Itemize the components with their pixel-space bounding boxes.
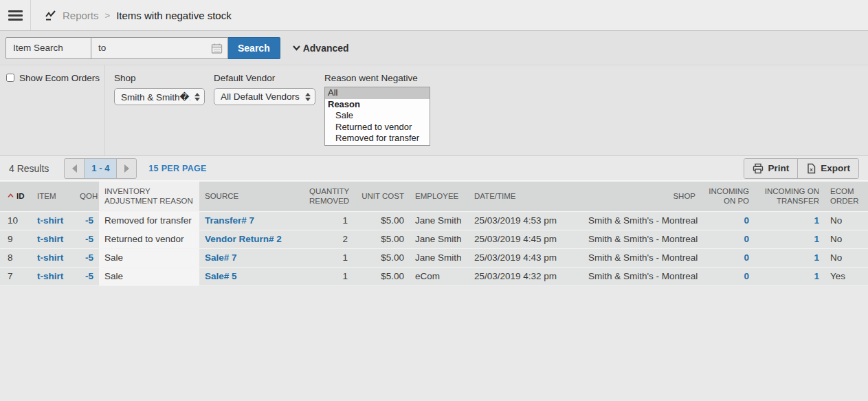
results-count: 4 Results <box>9 163 49 174</box>
select-arrows-icon <box>305 93 311 101</box>
cell-reason: Removed for transfer <box>99 211 199 230</box>
cell-item: t-shirt <box>32 248 74 267</box>
cell-datetime: 25/03/2019 4:32 pm <box>469 267 583 285</box>
cell-ecom-order: Yes <box>825 267 868 285</box>
show-ecom-orders-checkbox[interactable] <box>6 74 14 82</box>
cell-item: t-shirt <box>32 230 74 248</box>
column-header-employee[interactable]: EMPLOYEE <box>410 182 469 211</box>
top-bar: Reports > Items with negative stock <box>0 0 868 31</box>
cell-incoming-on-transfer: 1 <box>755 211 825 230</box>
reason-option[interactable]: Reason <box>325 99 430 111</box>
cell-incoming-on-transfer: 1 <box>755 248 825 267</box>
column-header-datetime[interactable]: DATE/TIME <box>469 182 583 211</box>
cell-item: t-shirt <box>32 211 74 230</box>
filters-panel: Show Ecom Orders Shop Smith & Smith�... … <box>0 65 868 156</box>
cell-quantity-removed: 1 <box>304 248 353 267</box>
column-header-ecom-order[interactable]: ECOM ORDER <box>825 182 868 211</box>
calendar-icon[interactable] <box>211 43 223 57</box>
show-ecom-orders-label: Show Ecom Orders <box>19 73 100 83</box>
cell-source: Transfer# 7 <box>199 211 304 230</box>
results-table: ID ITEM QOH INVENTORY ADJUSTMENT REASON … <box>0 182 868 286</box>
column-header-item[interactable]: ITEM <box>32 182 74 211</box>
item-link[interactable]: t-shirt <box>37 215 63 226</box>
incoming-on-po-link[interactable]: 0 <box>744 271 749 281</box>
incoming-on-transfer-link[interactable]: 1 <box>814 234 819 244</box>
column-header-quantity-removed[interactable]: QUANTITY REMOVED <box>304 182 353 211</box>
source-link[interactable]: Transfer# 7 <box>205 215 254 226</box>
shop-select-value: Smith & Smith�... <box>121 91 190 102</box>
cell-datetime: 25/03/2019 4:45 pm <box>469 230 583 248</box>
item-link[interactable]: t-shirt <box>37 234 63 244</box>
incoming-on-transfer-link[interactable]: 1 <box>814 252 819 263</box>
reason-option[interactable]: Removed for transfer <box>325 133 430 144</box>
reason-listbox[interactable]: AllReasonSaleReturned to vendorRemoved f… <box>324 87 430 146</box>
cell-unit-cost: $5.00 <box>353 230 410 248</box>
default-vendor-select[interactable]: All Default Vendors <box>214 88 315 105</box>
menu-button[interactable] <box>0 0 31 30</box>
column-header-incoming-po[interactable]: INCOMING ON PO <box>701 182 755 211</box>
date-range-input[interactable] <box>91 38 227 58</box>
cell-reason: Sale <box>99 267 199 285</box>
incoming-on-po-link[interactable]: 0 <box>744 234 749 244</box>
cell-incoming-on-po: 0 <box>701 230 755 248</box>
item-link[interactable]: t-shirt <box>37 271 63 281</box>
column-header-reason[interactable]: INVENTORY ADJUSTMENT REASON <box>99 182 199 211</box>
reason-option[interactable]: All <box>325 87 430 99</box>
source-link[interactable]: Vendor Return# 2 <box>205 234 282 244</box>
incoming-on-transfer-link[interactable]: 1 <box>814 271 819 281</box>
search-bar: Search Advanced <box>0 31 868 65</box>
table-row: 7t-shirt-5SaleSale# 51$5.00eCom25/03/201… <box>0 267 868 285</box>
cell-incoming-on-po: 0 <box>701 248 755 267</box>
reason-option[interactable]: Sale <box>325 110 430 122</box>
next-page-button[interactable] <box>116 159 136 178</box>
cell-qoh: -5 <box>74 267 99 285</box>
item-link[interactable]: t-shirt <box>37 252 63 263</box>
column-header-unit-cost[interactable]: UNIT COST <box>353 182 410 211</box>
cell-unit-cost: $5.00 <box>353 267 410 285</box>
incoming-on-transfer-link[interactable]: 1 <box>814 215 819 226</box>
per-page-link[interactable]: 15 PER PAGE <box>148 164 206 173</box>
incoming-on-po-link[interactable]: 0 <box>744 215 749 226</box>
shop-select[interactable]: Smith & Smith�... <box>114 88 205 105</box>
column-header-qoh[interactable]: QOH <box>74 182 99 211</box>
qoh-link[interactable]: -5 <box>85 215 93 226</box>
cell-reason: Sale <box>99 248 199 267</box>
breadcrumb-reports-link[interactable]: Reports <box>63 10 99 21</box>
prev-page-button[interactable] <box>65 159 85 178</box>
vendor-filter-label: Default Vendor <box>214 73 315 83</box>
reason-filter-label: Reason went Negative <box>324 73 430 83</box>
reason-option[interactable]: Returned to vendor <box>325 122 430 133</box>
table-row: 9t-shirt-5Returned to vendorVendor Retur… <box>0 230 868 248</box>
breadcrumb: Reports > Items with negative stock <box>31 0 232 30</box>
cell-employee: Jane Smith <box>410 211 469 230</box>
page-range: 1 - 4 <box>85 159 116 178</box>
table-header-row: ID ITEM QOH INVENTORY ADJUSTMENT REASON … <box>0 182 868 211</box>
column-header-source[interactable]: SOURCE <box>199 182 304 211</box>
sort-asc-icon <box>8 191 14 200</box>
chevron-down-icon <box>292 43 301 52</box>
select-arrows-icon <box>194 93 200 101</box>
item-search-input[interactable] <box>6 38 91 58</box>
incoming-on-po-link[interactable]: 0 <box>744 252 749 263</box>
print-button[interactable]: Print <box>744 159 797 178</box>
search-button[interactable]: Search <box>228 37 280 59</box>
column-header-shop[interactable]: SHOP <box>583 182 701 211</box>
qoh-link[interactable]: -5 <box>85 271 93 281</box>
cell-shop: Smith & Smith's - Montreal <box>583 267 701 285</box>
cell-ecom-order: No <box>825 230 868 248</box>
advanced-toggle[interactable]: Advanced <box>292 43 349 54</box>
source-link[interactable]: Sale# 5 <box>205 271 237 281</box>
cell-id: 8 <box>0 248 32 267</box>
report-chart-icon <box>45 10 56 21</box>
column-header-incoming-transfer[interactable]: INCOMING ON TRANSFER <box>755 182 825 211</box>
export-button[interactable]: x Export <box>797 159 858 178</box>
results-table-body: 10t-shirt-5Removed for transferTransfer#… <box>0 211 868 285</box>
cell-source: Vendor Return# 2 <box>199 230 304 248</box>
cell-qoh: -5 <box>74 248 99 267</box>
table-row: 10t-shirt-5Removed for transferTransfer#… <box>0 211 868 230</box>
source-link[interactable]: Sale# 7 <box>205 252 237 263</box>
qoh-link[interactable]: -5 <box>85 252 93 263</box>
print-label: Print <box>768 163 789 173</box>
column-header-id[interactable]: ID <box>0 182 32 211</box>
qoh-link[interactable]: -5 <box>85 234 93 244</box>
